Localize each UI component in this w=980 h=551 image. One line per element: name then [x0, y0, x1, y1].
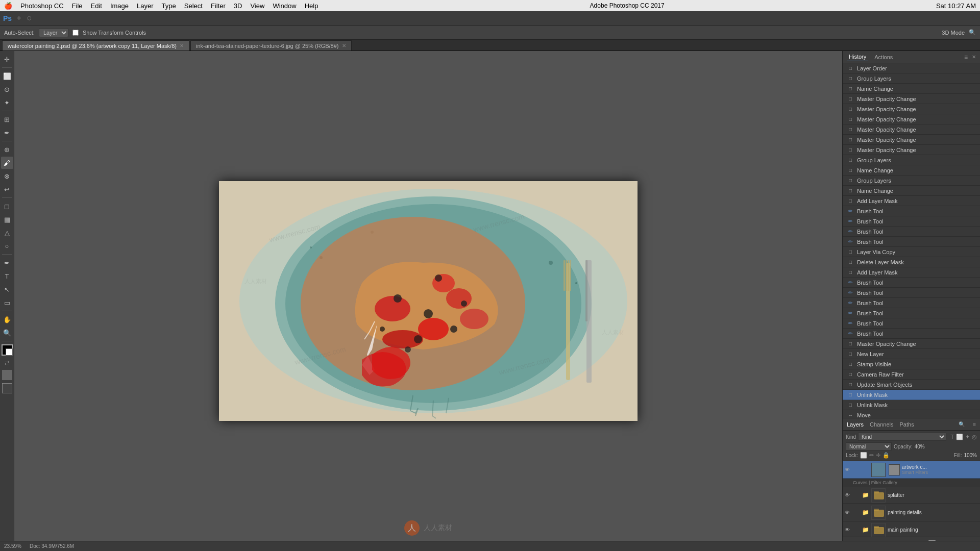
- layer-visibility-icon[interactable]: 👁: [845, 492, 852, 498]
- history-item-h19[interactable]: □Layer Via Copy: [843, 247, 980, 257]
- tool-magic-wand[interactable]: ✦: [1, 96, 13, 109]
- fill-value[interactable]: 100%: [964, 453, 977, 458]
- history-item-h21[interactable]: □Add Layer Mask: [843, 267, 980, 278]
- menu-help[interactable]: Help: [305, 2, 318, 10]
- tool-text[interactable]: T: [1, 270, 13, 282]
- menu-select[interactable]: Select: [184, 2, 203, 10]
- apple-menu[interactable]: 🍎: [4, 2, 12, 10]
- history-item-h12[interactable]: □Group Layers: [843, 176, 980, 186]
- filter-icon3[interactable]: ✦: [965, 434, 970, 440]
- history-item-h31[interactable]: □Camera Raw Filter: [843, 369, 980, 380]
- history-item-h27[interactable]: ✏Brush Tool: [843, 329, 980, 339]
- tool-eyedropper[interactable]: ✒: [1, 127, 13, 139]
- menu-window[interactable]: Window: [273, 2, 296, 10]
- tool-clone-stamp[interactable]: ⊗: [1, 170, 13, 182]
- layers-list[interactable]: 👁artwork c...Smart FiltersCurves | Filte…: [843, 461, 980, 537]
- lock-all-icon[interactable]: 🔒: [883, 452, 890, 459]
- tool-pen[interactable]: ✒: [1, 257, 13, 269]
- layers-search-icon[interactable]: 🔍: [959, 421, 965, 427]
- tool-path-select[interactable]: ↖: [1, 283, 13, 295]
- tool-zoom[interactable]: 🔍: [1, 327, 13, 339]
- history-item-h4[interactable]: □Master Opacity Change: [843, 94, 980, 104]
- actions-tab[interactable]: Actions: [872, 53, 895, 61]
- history-item-h1[interactable]: □Layer Order: [843, 63, 980, 73]
- foreground-color-swatch[interactable]: [2, 344, 13, 356]
- toolbar-move-icon[interactable]: ✛: [17, 15, 21, 21]
- menu-view[interactable]: View: [250, 2, 264, 10]
- paths-tab[interactable]: Paths: [900, 421, 914, 428]
- history-list[interactable]: □Layer Order□Group Layers□Name Change□Ma…: [843, 63, 980, 418]
- layers-options-icon[interactable]: ≡: [973, 421, 976, 428]
- history-item-h18[interactable]: ✏Brush Tool: [843, 237, 980, 247]
- history-item-h28[interactable]: □Master Opacity Change: [843, 339, 980, 349]
- tool-hand[interactable]: ✋: [1, 313, 13, 325]
- history-item-h16[interactable]: ✏Brush Tool: [843, 216, 980, 227]
- layer-item-l3[interactable]: 👁📁painting details: [843, 504, 980, 521]
- history-item-h22[interactable]: ✏Brush Tool: [843, 278, 980, 288]
- tool-lasso[interactable]: ⊙: [1, 83, 13, 95]
- layer-visibility-icon[interactable]: 👁: [845, 527, 852, 533]
- lock-position-icon[interactable]: ✛: [876, 452, 880, 459]
- tool-blur[interactable]: △: [1, 227, 13, 239]
- menu-edit[interactable]: Edit: [91, 2, 102, 10]
- history-item-h9[interactable]: □Master Opacity Change: [843, 145, 980, 155]
- tool-crop[interactable]: ⊞: [1, 113, 13, 126]
- layer-item-l2[interactable]: 👁📁splatter: [843, 487, 980, 504]
- blend-mode-dropdown[interactable]: Normal: [846, 442, 892, 450]
- history-item-h30[interactable]: □Stamp Visible: [843, 359, 980, 369]
- history-item-h32[interactable]: □Update Smart Objects: [843, 380, 980, 390]
- layers-tab[interactable]: Layers: [847, 421, 864, 428]
- panel-collapse-icon[interactable]: ✕: [972, 54, 976, 60]
- menu-image[interactable]: Image: [110, 2, 129, 10]
- history-tab[interactable]: History: [847, 53, 868, 61]
- menu-layer[interactable]: Layer: [137, 2, 154, 10]
- tool-dodge[interactable]: ○: [1, 240, 13, 252]
- toolbar-select-icon[interactable]: ⬡: [27, 15, 32, 21]
- history-item-h8[interactable]: □Master Opacity Change: [843, 135, 980, 145]
- history-item-h10[interactable]: □Group Layers: [843, 155, 980, 165]
- menu-filter[interactable]: Filter: [211, 2, 226, 10]
- menu-type[interactable]: Type: [162, 2, 176, 10]
- history-item-h11[interactable]: □Name Change: [843, 165, 980, 176]
- channels-tab[interactable]: Channels: [870, 421, 893, 428]
- tool-brush[interactable]: 🖌: [1, 157, 13, 169]
- lock-image-icon[interactable]: ✏: [869, 452, 874, 459]
- canvas-area[interactable]: www.rrensc.com www.rrensc.com www.rrensc…: [14, 51, 842, 551]
- history-item-h20[interactable]: □Delete Layer Mask: [843, 257, 980, 267]
- history-item-h17[interactable]: ✏Brush Tool: [843, 227, 980, 237]
- layer-visibility-icon[interactable]: 👁: [845, 467, 852, 472]
- search-icon[interactable]: 🔍: [969, 29, 976, 36]
- panel-options-icon[interactable]: ≡: [964, 54, 968, 61]
- menu-3d[interactable]: 3D: [234, 2, 242, 10]
- history-item-h2[interactable]: □Group Layers: [843, 73, 980, 84]
- history-item-h25[interactable]: ✏Brush Tool: [843, 308, 980, 318]
- history-item-h26[interactable]: ✏Brush Tool: [843, 318, 980, 329]
- quick-mask-icon[interactable]: [2, 370, 12, 380]
- layer-item-l1[interactable]: 👁artwork c...Smart Filters: [843, 461, 980, 479]
- history-item-h15[interactable]: ✏Brush Tool: [843, 206, 980, 216]
- history-item-h7[interactable]: □Master Opacity Change: [843, 124, 980, 135]
- tab-watercolor-close[interactable]: ✕: [180, 43, 184, 48]
- tab-texture-close[interactable]: ✕: [342, 43, 346, 48]
- show-transform-checkbox[interactable]: [72, 30, 79, 36]
- swap-colors-icon[interactable]: ⇄: [2, 358, 12, 368]
- history-item-h33[interactable]: □Unlink Mask: [843, 390, 980, 400]
- menu-file[interactable]: File: [72, 2, 83, 10]
- filter-icon4[interactable]: ◎: [972, 434, 977, 440]
- tool-move[interactable]: ✛: [1, 53, 13, 65]
- history-item-h35[interactable]: ↔Move: [843, 410, 980, 418]
- menu-photoshop[interactable]: Photoshop CC: [20, 2, 64, 10]
- auto-select-dropdown[interactable]: Layer: [39, 28, 68, 37]
- tab-texture[interactable]: ink-and-tea-stained-paper-texture-6.jpg …: [190, 40, 352, 51]
- tool-history-brush[interactable]: ↩: [1, 183, 13, 195]
- tool-gradient[interactable]: ▦: [1, 213, 13, 226]
- history-item-h14[interactable]: □Add Layer Mask: [843, 196, 980, 206]
- filter-icon2[interactable]: ⬜: [956, 434, 963, 440]
- layer-visibility-icon[interactable]: 👁: [845, 510, 852, 515]
- history-item-h34[interactable]: □Unlink Mask: [843, 400, 980, 410]
- tool-eraser[interactable]: ◻: [1, 200, 13, 212]
- layer-item-l4[interactable]: 👁📁main painting: [843, 521, 980, 537]
- tool-spot-heal[interactable]: ⊕: [1, 143, 13, 156]
- history-item-h5[interactable]: □Master Opacity Change: [843, 104, 980, 114]
- screen-mode-icon[interactable]: [2, 383, 12, 393]
